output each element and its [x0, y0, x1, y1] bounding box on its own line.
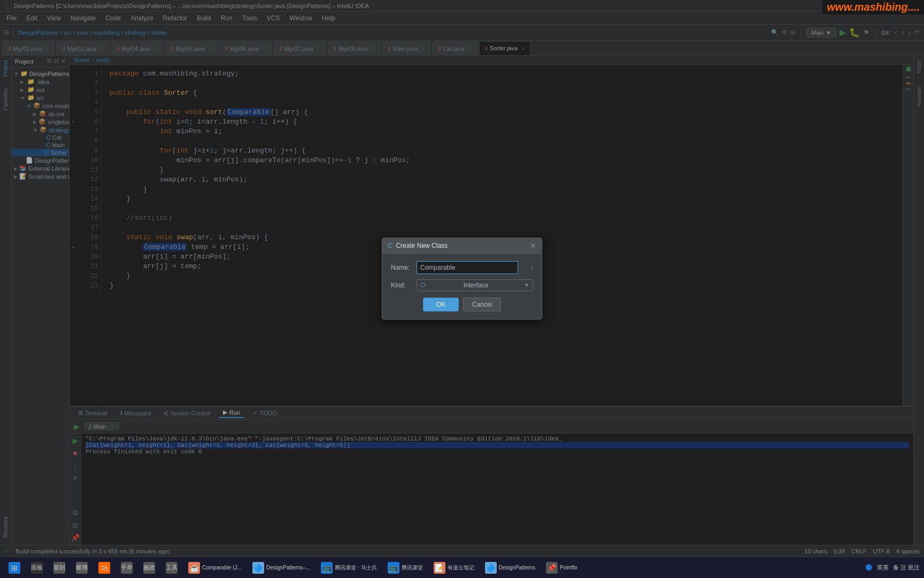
dialog-title-bar: C Create New Class ✕: [382, 238, 542, 254]
taskbar-signin[interactable]: 签到: [49, 560, 70, 576]
taskbar-tools[interactable]: 工具: [161, 560, 182, 576]
taskbar-pointfix[interactable]: 📌 Pointfix: [542, 560, 582, 576]
dialog-body: Name: ↕ Kind: ⬡ Interface ▼ OK Cancel: [382, 254, 542, 319]
dialog-close-button[interactable]: ✕: [530, 241, 536, 250]
dialog-overlay: C Create New Class ✕ Name: ↕ Kind: ⬡ Int…: [0, 0, 924, 557]
dialog-title: Create New Class: [396, 242, 448, 249]
taskbar-taobao[interactable]: 🛍: [94, 560, 114, 576]
start-button[interactable]: ⊞: [4, 560, 25, 576]
taskbar-tencent2[interactable]: 📺 腾讯课堂: [383, 560, 427, 576]
ime-label: 英英: [877, 564, 889, 572]
taskbar-panel[interactable]: 面板: [27, 560, 47, 576]
taskbar-tencent-class[interactable]: 📺 腾讯课堂 · 马士兵: [317, 560, 381, 576]
cancel-button[interactable]: Cancel: [463, 298, 501, 311]
name-label: Name:: [391, 264, 412, 271]
interface-icon: ⬡: [420, 282, 426, 288]
name-sort-icon[interactable]: ↕: [522, 264, 533, 271]
taskbar-designpatterns[interactable]: 🔷 DesignPatterns–...: [248, 560, 314, 576]
create-new-class-dialog: C Create New Class ✕ Name: ↕ Kind: ⬡ Int…: [382, 238, 542, 320]
kind-label: Kind:: [391, 282, 412, 289]
taskbar-policy[interactable]: 施政: [139, 560, 159, 576]
brand-logo: www.mashibing....: [822, 0, 924, 14]
ok-button[interactable]: OK: [423, 298, 459, 311]
name-input[interactable]: [417, 261, 518, 274]
dropdown-arrow-icon: ▼: [524, 282, 529, 288]
taskbar-hand[interactable]: 手举: [117, 560, 137, 576]
kind-row: Kind: ⬡ Interface ▼: [391, 279, 533, 291]
taskbar-youdao[interactable]: 📝 有道云笔记: [429, 560, 479, 576]
kind-dropdown[interactable]: ⬡ Interface ▼: [417, 279, 533, 291]
system-tray: 🔵 英英 备 注 批注: [865, 564, 920, 572]
taskbar-comparable[interactable]: ☕ Comparable (J...: [184, 560, 246, 576]
dialog-buttons: OK Cancel: [391, 298, 533, 311]
taskbar: ⊞ 面板 签到 赌博 🛍 手举 施政 工具 ☕ Comparable (J...…: [0, 557, 924, 578]
taskbar-idea[interactable]: 🔷 DesignPatterns: [481, 560, 540, 576]
tray-icon-1: 🔵: [865, 564, 873, 571]
taskbar-gambling[interactable]: 赌博: [72, 560, 92, 576]
tray-chinese: 备 注 批注: [893, 564, 920, 572]
name-row: Name: ↕: [391, 261, 533, 274]
kind-value: Interface: [464, 282, 489, 289]
dialog-class-icon: C: [388, 241, 392, 249]
